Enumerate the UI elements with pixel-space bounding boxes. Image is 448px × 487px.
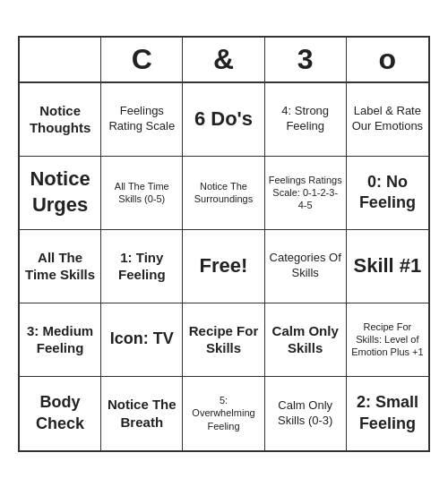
header-letter-amp: & [183, 38, 264, 81]
header-letter-o: o [347, 38, 428, 81]
bingo-grid: Notice ThoughtsFeelings Rating Scale6 Do… [20, 83, 428, 450]
bingo-cell-12: Free! [183, 230, 264, 303]
bingo-header: C & 3 o [20, 38, 428, 83]
bingo-cell-19: Recipe For Skills: Level of Emotion Plus… [347, 303, 428, 377]
bingo-cell-0: Notice Thoughts [20, 83, 101, 157]
bingo-cell-22: 5: Overwhelming Feeling [183, 377, 264, 450]
bingo-cell-8: Feelings Ratings Scale: 0-1-2-3-4-5 [265, 157, 347, 230]
bingo-cell-2: 6 Do's [183, 83, 264, 157]
bingo-cell-24: 2: Small Feeling [347, 377, 428, 450]
bingo-cell-11: 1: Tiny Feeling [101, 230, 183, 303]
bingo-cell-1: Feelings Rating Scale [101, 83, 183, 157]
bingo-cell-13: Categories Of Skills [265, 230, 347, 303]
bingo-cell-10: All The Time Skills [20, 230, 101, 303]
bingo-cell-16: Icon: TV [101, 303, 183, 377]
bingo-cell-6: All The Time Skills (0-5) [101, 157, 183, 230]
bingo-cell-7: Notice The Surroundings [183, 157, 264, 230]
bingo-cell-14: Skill #1 [347, 230, 428, 303]
bingo-cell-21: Notice The Breath [101, 377, 183, 450]
bingo-cell-23: Calm Only Skills (0-3) [265, 377, 347, 450]
bingo-cell-20: Body Check [20, 377, 101, 450]
header-letter-c: C [101, 38, 183, 81]
bingo-cell-4: Label & Rate Our Emotions [347, 83, 428, 157]
bingo-cell-9: 0: No Feeling [347, 157, 428, 230]
header-letter-3: 3 [265, 38, 347, 81]
bingo-cell-5: Notice Urges [20, 157, 101, 230]
bingo-card: C & 3 o Notice ThoughtsFeelings Rating S… [18, 36, 430, 452]
bingo-cell-18: Calm Only Skills [265, 303, 347, 377]
bingo-cell-15: 3: Medium Feeling [20, 303, 101, 377]
header-letter-blank [20, 38, 101, 81]
bingo-cell-17: Recipe For Skills [183, 303, 264, 377]
bingo-cell-3: 4: Strong Feeling [265, 83, 347, 157]
